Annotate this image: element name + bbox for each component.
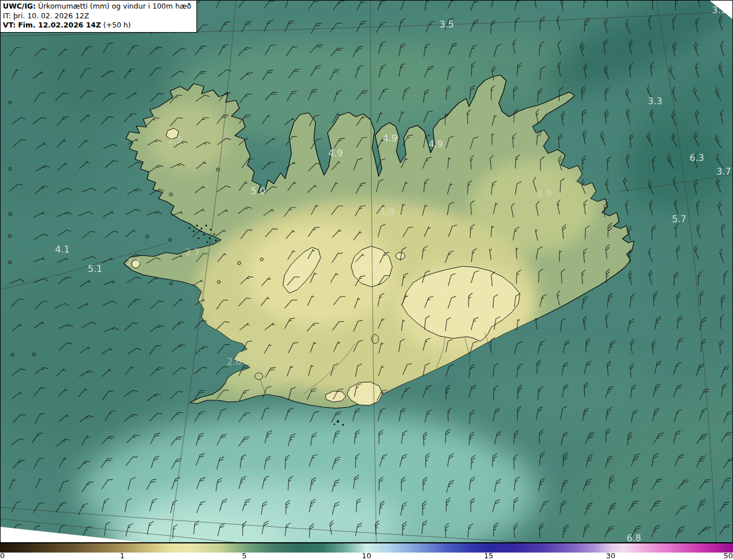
contour-label: 2.4 xyxy=(126,257,140,267)
contour-label: 1.3 xyxy=(362,263,377,274)
contour-label: 4.9 xyxy=(383,133,397,144)
contour-label: 3.3 xyxy=(648,96,662,107)
glacier-tungnafellsjokull xyxy=(396,253,405,259)
colorbar-tick-label: 0 xyxy=(0,551,5,560)
weather-map-viewport: 3.53.53.36.33.75.72.54.94.94.95.04.15.12… xyxy=(0,0,733,560)
colorbar-tick-label: 5 xyxy=(242,551,246,560)
valid-label: VT: xyxy=(3,21,16,29)
colorbar-tick-label: 1 xyxy=(120,551,124,560)
contour-label: 4.9 xyxy=(428,139,443,149)
init-label: IT: xyxy=(3,11,11,20)
init-time-line: IT: þri. 10. 02. 2026 12Z xyxy=(3,11,191,21)
product-code: UWC/IG: xyxy=(3,2,36,10)
contour-label: 4.9 xyxy=(328,148,342,159)
contour-label: 1.9 xyxy=(537,188,551,199)
contour-label: 2.5 xyxy=(168,135,182,145)
contour-label: 1.9 xyxy=(380,206,394,217)
contour-label: 6.8 xyxy=(626,533,641,543)
contour-label: 3.7 xyxy=(716,166,731,177)
colorbar-tick-label: 10 xyxy=(362,551,372,560)
contour-label: 1.2 xyxy=(430,285,444,295)
valid-time-line: VT: Fim. 12.02.2026 14Z (+50 h) xyxy=(3,21,191,30)
map-canvas: 3.53.53.36.33.75.72.54.94.94.95.04.15.12… xyxy=(0,0,733,543)
contour-label: 5.7 xyxy=(672,214,686,224)
contour-label: 2.6 xyxy=(227,356,241,367)
colorbar-tick-label: 50 xyxy=(723,551,733,560)
page-title: Úrkomumætti (mm) og vindur i 100m hæð xyxy=(38,2,191,10)
contour-label: 5.1 xyxy=(88,263,102,274)
contour-label: 6.3 xyxy=(689,152,704,163)
colorbar-tick-label: 30 xyxy=(606,551,616,560)
title-box: UWC/IG: Úrkomumætti (mm) og vindur i 100… xyxy=(0,0,197,33)
contour-label: 3.5 xyxy=(439,19,454,30)
colorbar-tick-label: 15 xyxy=(484,551,494,560)
contour-label: 4.1 xyxy=(55,244,69,255)
lead-time: (+50 h) xyxy=(103,21,131,29)
title-line: UWC/IG: Úrkomumætti (mm) og vindur i 100… xyxy=(3,2,191,11)
contour-label: 2.7 xyxy=(185,247,199,258)
valid-time: Fim. 12.02.2026 14Z xyxy=(18,21,101,29)
contour-label: 2.3 xyxy=(358,392,372,403)
contour-label: 5.0 xyxy=(251,186,265,196)
init-time: þri. 10. 02. 2026 12Z xyxy=(13,11,89,20)
colorbar-tick-labels: 01510153050 xyxy=(0,553,733,560)
